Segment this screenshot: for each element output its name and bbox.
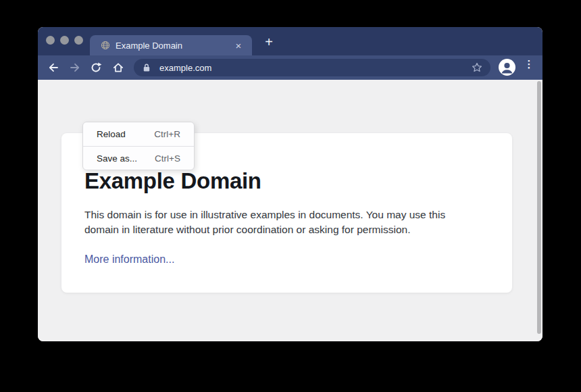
context-menu: Reload Ctrl+R Save as... Ctrl+S [82,122,195,170]
forward-icon[interactable] [69,62,81,74]
browser-menu-icon[interactable]: ⋮ [524,61,534,74]
window-minimize-button[interactable] [60,36,69,45]
globe-favicon-icon [101,41,110,50]
paragraph-line: This domain is for use in illustrative e… [84,207,485,222]
window-zoom-button[interactable] [74,36,83,45]
page-title: Example Domain [84,168,485,194]
paragraph-line: domain in literature without prior coord… [84,222,485,237]
titlebar: Example Domain × + [38,27,542,55]
tab-example-domain[interactable]: Example Domain × [90,35,252,55]
window-controls [46,36,83,45]
page-viewport: Example Domain This domain is for use in… [38,80,542,341]
back-icon[interactable] [47,62,59,74]
home-icon[interactable] [112,62,124,74]
menu-item-label: Reload [97,129,126,139]
menu-item-label: Save as... [97,153,137,164]
reload-icon[interactable] [90,62,102,74]
bookmark-star-icon[interactable] [471,62,483,74]
page-paragraph: This domain is for use in illustrative e… [84,207,485,237]
menu-item-save-as[interactable]: Save as... Ctrl+S [83,146,194,170]
new-tab-button[interactable]: + [262,35,276,49]
tab-close-icon[interactable]: × [233,41,244,51]
address-bar[interactable]: example.com [134,59,490,76]
lock-icon[interactable] [142,63,151,72]
menu-item-shortcut: Ctrl+R [154,129,180,139]
profile-avatar-icon[interactable] [499,59,515,76]
url-text: example.com [159,63,211,73]
tab-title: Example Domain [116,41,233,51]
vertical-scrollbar[interactable] [537,81,541,334]
toolbar: example.com ⋮ [38,55,542,80]
window-close-button[interactable] [46,36,55,45]
more-information-link[interactable]: More information... [84,253,174,265]
browser-window: Example Domain × + [38,27,542,341]
menu-item-shortcut: Ctrl+S [155,153,180,164]
menu-item-reload[interactable]: Reload Ctrl+R [83,122,194,146]
